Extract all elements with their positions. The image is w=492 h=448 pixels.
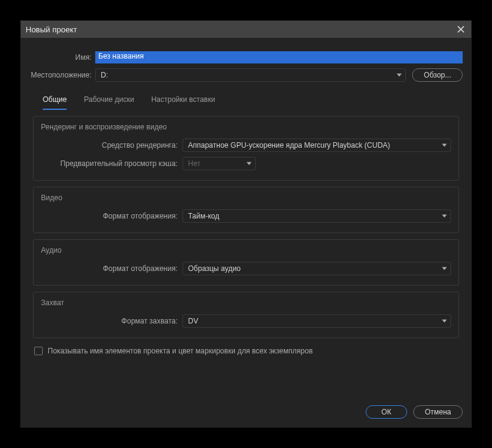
chevron-down-icon — [442, 320, 447, 323]
capture-format-label: Формат захвата: — [41, 317, 183, 325]
group-capture-title: Захват — [41, 298, 451, 307]
renderer-label: Средство рендеринга: — [41, 141, 183, 150]
group-audio-title: Аудио — [41, 246, 451, 255]
renderer-select[interactable]: Аппаратное GPU-ускорение ядра Mercury Pl… — [183, 139, 451, 152]
preview-cache-select: Нет — [183, 157, 256, 170]
display-names-checkbox[interactable] — [34, 347, 43, 355]
video-format-field: Формат отображения: Тайм-код — [41, 209, 451, 223]
group-rendering-title: Рендеринг и воспроизведение видео — [41, 123, 451, 131]
capture-format-value: DV — [188, 317, 198, 325]
preview-cache-field: Предварительный просмотр кэша: Нет — [41, 157, 451, 170]
audio-format-value: Образцы аудио — [188, 264, 241, 273]
cancel-button[interactable]: Отмена — [413, 405, 463, 419]
titlebar: Новый проект — [21, 21, 471, 38]
audio-format-label: Формат отображения: — [41, 264, 183, 273]
renderer-value: Аппаратное GPU-ускорение ядра Mercury Pl… — [188, 141, 390, 150]
new-project-dialog: Новый проект Имя: Без названия Местополо… — [20, 20, 472, 428]
tabs: Общие Рабочие диски Настройки вставки — [43, 95, 463, 110]
group-video: Видео Формат отображения: Тайм-код — [33, 187, 459, 233]
chevron-down-icon — [442, 215, 447, 218]
location-value: D: — [101, 71, 108, 79]
audio-format-field: Формат отображения: Образцы аудио — [41, 262, 451, 275]
renderer-field: Средство рендеринга: Аппаратное GPU-уско… — [41, 139, 451, 152]
video-format-label: Формат отображения: — [41, 212, 183, 220]
group-rendering: Рендеринг и воспроизведение видео Средст… — [33, 116, 459, 181]
video-format-select[interactable]: Тайм-код — [183, 209, 451, 223]
group-video-title: Видео — [41, 193, 451, 202]
dialog-title: Новый проект — [26, 25, 455, 34]
display-names-row: Показывать имя элементов проекта и цвет … — [34, 347, 458, 355]
location-select[interactable]: D: — [95, 68, 406, 82]
tab-general[interactable]: Общие — [43, 95, 67, 110]
chevron-down-icon — [247, 162, 251, 165]
tab-scratch-disks[interactable]: Рабочие диски — [84, 95, 134, 110]
location-label: Местоположение: — [29, 71, 95, 79]
preview-cache-value: Нет — [188, 159, 200, 168]
capture-format-select[interactable]: DV — [183, 314, 451, 328]
group-capture: Захват Формат захвата: DV — [33, 292, 459, 338]
close-icon[interactable] — [455, 24, 466, 35]
tab-ingest-settings[interactable]: Настройки вставки — [151, 95, 215, 110]
group-audio: Аудио Формат отображения: Образцы аудио — [33, 239, 459, 286]
name-label: Имя: — [29, 53, 95, 62]
chevron-down-icon — [442, 144, 447, 147]
chevron-down-icon — [397, 74, 402, 77]
capture-format-field: Формат захвата: DV — [41, 314, 451, 328]
audio-format-select[interactable]: Образцы аудио — [183, 262, 451, 275]
chevron-down-icon — [442, 267, 447, 270]
dialog-footer: ОК Отмена — [21, 396, 471, 427]
name-input[interactable]: Без названия — [95, 51, 463, 63]
location-row: Местоположение: D: Обзор... — [29, 68, 463, 82]
preview-cache-label: Предварительный просмотр кэша: — [41, 159, 183, 168]
display-names-label: Показывать имя элементов проекта и цвет … — [48, 347, 313, 355]
name-row: Имя: Без названия — [29, 51, 463, 63]
dialog-content: Имя: Без названия Местоположение: D: Обз… — [21, 38, 471, 396]
browse-button[interactable]: Обзор... — [412, 68, 463, 82]
video-format-value: Тайм-код — [188, 212, 219, 220]
ok-button[interactable]: ОК — [366, 405, 407, 419]
